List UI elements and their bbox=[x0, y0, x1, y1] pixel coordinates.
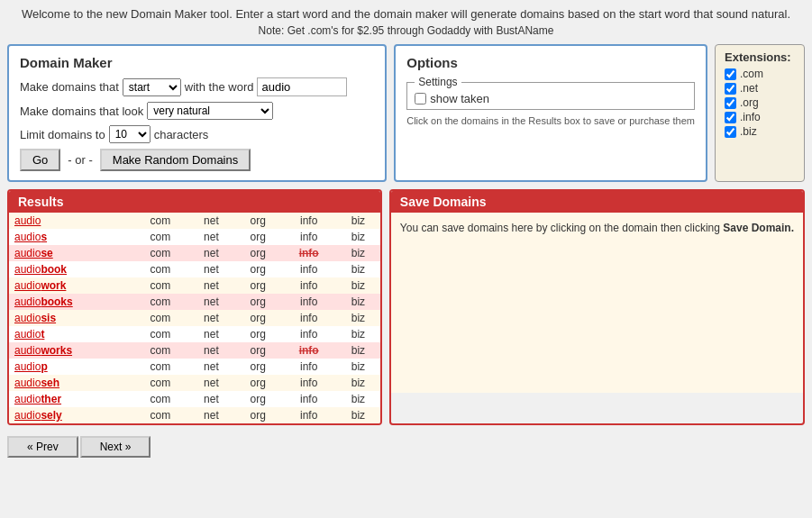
ext-cell-com[interactable]: com bbox=[132, 359, 188, 375]
next-button[interactable]: Next » bbox=[80, 436, 151, 458]
ext-cell-biz[interactable]: biz bbox=[336, 229, 380, 245]
domain-cell[interactable]: audiother bbox=[9, 391, 132, 407]
ext-cell-com[interactable]: com bbox=[132, 391, 188, 407]
domain-cell[interactable]: audiosis bbox=[9, 310, 132, 326]
ext-cell-biz[interactable]: biz bbox=[336, 391, 380, 407]
domain-cell[interactable]: audiot bbox=[9, 326, 132, 342]
ext-cell-net[interactable]: net bbox=[188, 407, 234, 423]
domain-cell[interactable]: audiose bbox=[9, 245, 132, 261]
ext-cell-org[interactable]: org bbox=[234, 229, 281, 245]
ext-cell-com[interactable]: com bbox=[132, 407, 188, 423]
ext-info-checkbox[interactable] bbox=[725, 112, 736, 123]
ext-cell-org[interactable]: org bbox=[234, 375, 281, 391]
ext-cell-biz[interactable]: biz bbox=[336, 245, 380, 261]
ext-cell-com[interactable]: com bbox=[132, 375, 188, 391]
ext-cell-com[interactable]: com bbox=[132, 294, 188, 310]
ext-cell-info[interactable]: info bbox=[281, 277, 336, 294]
ext-cell-biz[interactable]: biz bbox=[336, 326, 380, 342]
table-row[interactable]: audiocomnetorginfobiz bbox=[9, 213, 380, 229]
ext-cell-info[interactable]: info bbox=[281, 213, 336, 229]
table-row[interactable]: audiopcomnetorginfobiz bbox=[9, 359, 380, 375]
go-button[interactable]: Go bbox=[20, 149, 60, 171]
table-row[interactable]: audiobookcomnetorginfobiz bbox=[9, 261, 380, 277]
ext-cell-info[interactable]: info bbox=[281, 326, 336, 342]
table-row[interactable]: audiosiscomnetorginfobiz bbox=[9, 310, 380, 326]
ext-cell-com[interactable]: com bbox=[132, 310, 188, 326]
ext-cell-biz[interactable]: biz bbox=[336, 213, 380, 229]
ext-cell-org[interactable]: org bbox=[234, 261, 281, 277]
ext-cell-net[interactable]: net bbox=[188, 261, 234, 277]
ext-cell-org[interactable]: org bbox=[234, 310, 281, 326]
domain-cell[interactable]: audiosely bbox=[9, 407, 132, 423]
random-button[interactable]: Make Random Domains bbox=[100, 149, 251, 171]
ext-cell-com[interactable]: com bbox=[132, 342, 188, 359]
ext-cell-info[interactable]: info bbox=[281, 310, 336, 326]
ext-cell-net[interactable]: net bbox=[188, 229, 234, 245]
domain-cell[interactable]: audioseh bbox=[9, 375, 132, 391]
domain-cell[interactable]: audiobook bbox=[9, 261, 132, 277]
table-row[interactable]: audiotcomnetorginfobiz bbox=[9, 326, 380, 342]
ext-cell-net[interactable]: net bbox=[188, 245, 234, 261]
domain-cell[interactable]: audiobooks bbox=[9, 294, 132, 310]
table-row[interactable]: audioworkscomnetorginfobiz bbox=[9, 342, 380, 359]
ext-cell-net[interactable]: net bbox=[188, 342, 234, 359]
results-scroll[interactable]: audiocomnetorginfobizaudioscomnetorginfo… bbox=[9, 213, 380, 423]
ext-org-checkbox[interactable] bbox=[725, 97, 736, 109]
ext-cell-biz[interactable]: biz bbox=[336, 375, 380, 391]
ext-cell-info[interactable]: info bbox=[281, 261, 336, 277]
ext-cell-biz[interactable]: biz bbox=[336, 342, 380, 359]
domain-cell[interactable]: audio bbox=[9, 213, 132, 229]
ext-cell-net[interactable]: net bbox=[188, 391, 234, 407]
limit-select[interactable]: 56789 101112131415any bbox=[109, 125, 151, 143]
ext-cell-org[interactable]: org bbox=[234, 213, 281, 229]
domain-cell[interactable]: audios bbox=[9, 229, 132, 245]
ext-cell-net[interactable]: net bbox=[188, 375, 234, 391]
ext-cell-info[interactable]: info bbox=[281, 359, 336, 375]
ext-cell-info[interactable]: info bbox=[281, 245, 336, 261]
table-row[interactable]: audioselycomnetorginfobiz bbox=[9, 407, 380, 423]
ext-cell-biz[interactable]: biz bbox=[336, 261, 380, 277]
ext-cell-org[interactable]: org bbox=[234, 407, 281, 423]
ext-cell-biz[interactable]: biz bbox=[336, 294, 380, 310]
table-row[interactable]: audioscomnetorginfobiz bbox=[9, 229, 380, 245]
ext-cell-org[interactable]: org bbox=[234, 359, 281, 375]
ext-biz-checkbox[interactable] bbox=[725, 126, 736, 138]
ext-cell-org[interactable]: org bbox=[234, 294, 281, 310]
ext-cell-com[interactable]: com bbox=[132, 245, 188, 261]
ext-cell-info[interactable]: info bbox=[281, 407, 336, 423]
ext-cell-biz[interactable]: biz bbox=[336, 359, 380, 375]
ext-cell-info[interactable]: info bbox=[281, 229, 336, 245]
ext-cell-net[interactable]: net bbox=[188, 294, 234, 310]
start-select[interactable]: start end contain bbox=[123, 78, 181, 96]
domain-cell[interactable]: audioworks bbox=[9, 342, 132, 359]
table-row[interactable]: audiobookscomnetorginfobiz bbox=[9, 294, 380, 310]
ext-cell-biz[interactable]: biz bbox=[336, 407, 380, 423]
ext-cell-info[interactable]: info bbox=[281, 342, 336, 359]
ext-cell-org[interactable]: org bbox=[234, 391, 281, 407]
table-row[interactable]: audiosehcomnetorginfobiz bbox=[9, 375, 380, 391]
ext-cell-net[interactable]: net bbox=[188, 326, 234, 342]
word-input[interactable] bbox=[257, 77, 347, 96]
ext-cell-com[interactable]: com bbox=[132, 277, 188, 294]
ext-cell-info[interactable]: info bbox=[281, 391, 336, 407]
ext-cell-org[interactable]: org bbox=[234, 342, 281, 359]
ext-cell-net[interactable]: net bbox=[188, 213, 234, 229]
table-row[interactable]: audiothercomnetorginfobiz bbox=[9, 391, 380, 407]
ext-cell-org[interactable]: org bbox=[234, 277, 281, 294]
show-taken-checkbox[interactable] bbox=[415, 93, 426, 105]
ext-cell-org[interactable]: org bbox=[234, 326, 281, 342]
ext-cell-net[interactable]: net bbox=[188, 310, 234, 326]
ext-cell-biz[interactable]: biz bbox=[336, 277, 380, 294]
ext-net-checkbox[interactable] bbox=[725, 83, 736, 95]
table-row[interactable]: audiosecomnetorginfobiz bbox=[9, 245, 380, 261]
ext-cell-info[interactable]: info bbox=[281, 294, 336, 310]
ext-cell-info[interactable]: info bbox=[281, 375, 336, 391]
natural-select[interactable]: very natural natural somewhat natural an… bbox=[147, 102, 273, 120]
domain-cell[interactable]: audiowork bbox=[9, 277, 132, 294]
ext-cell-com[interactable]: com bbox=[132, 213, 188, 229]
ext-cell-biz[interactable]: biz bbox=[336, 310, 380, 326]
ext-cell-com[interactable]: com bbox=[132, 326, 188, 342]
ext-cell-org[interactable]: org bbox=[234, 245, 281, 261]
ext-com-checkbox[interactable] bbox=[725, 68, 736, 80]
ext-cell-com[interactable]: com bbox=[132, 229, 188, 245]
